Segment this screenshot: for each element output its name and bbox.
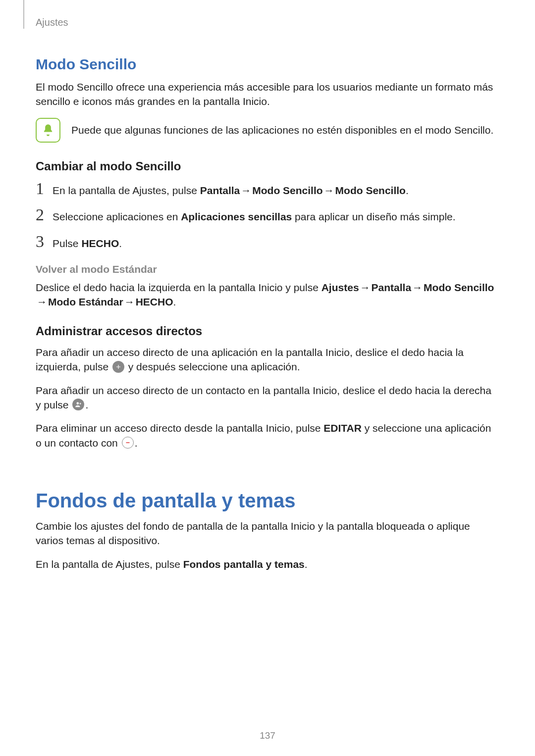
step-number: 3	[36, 233, 53, 250]
minus-circle-icon	[122, 437, 134, 449]
bold-text: HECHO	[81, 238, 119, 249]
step-2: 2 Seleccione aplicaciones en Aplicacione…	[36, 206, 499, 224]
arrow: →	[323, 183, 335, 198]
add-contact-icon	[72, 399, 84, 410]
page-number: 137	[0, 730, 535, 741]
step-text: Seleccione aplicaciones en Aplicaciones …	[53, 209, 456, 224]
text: En la pantalla de Ajustes, pulse	[53, 185, 200, 196]
bold-text: Modo Sencillo	[252, 185, 322, 196]
bold-text: Ajustes	[321, 282, 359, 293]
paragraph-fondos-1: Cambie los ajustes del fondo de pantalla…	[36, 519, 499, 548]
bold-text: Pantalla	[372, 282, 412, 293]
bold-text: Modo Sencillo	[335, 185, 406, 196]
note-callout: Puede que algunas funciones de las aplic…	[36, 118, 499, 143]
bell-icon	[36, 118, 60, 143]
header-rule	[23, 0, 24, 29]
intro-paragraph: El modo Sencillo ofrece una experiencia …	[36, 80, 499, 109]
text: .	[173, 296, 176, 307]
paragraph-shortcut-contact: Para añadir un acceso directo de un cont…	[36, 383, 499, 412]
plus-circle-icon	[112, 361, 124, 373]
subheading-cambiar: Cambiar al modo Sencillo	[36, 159, 499, 173]
bold-text: Pantalla	[200, 185, 240, 196]
text: y después seleccione una aplicación.	[125, 361, 300, 372]
bold-text: Modo Estándar	[48, 296, 123, 307]
arrow: →	[411, 280, 424, 295]
arrow: →	[240, 183, 252, 198]
paragraph-shortcut-app: Para añadir un acceso directo de una apl…	[36, 345, 499, 374]
text: Para añadir un acceso directo de un cont…	[36, 385, 491, 410]
paragraph-shortcut-remove: Para eliminar un acceso directo desde la…	[36, 421, 499, 450]
text: .	[406, 185, 409, 196]
bold-text: Aplicaciones sencillas	[181, 211, 292, 222]
text: .	[135, 437, 138, 449]
text: En la pantalla de Ajustes, pulse	[36, 558, 183, 570]
text: .	[305, 558, 308, 570]
step-3: 3 Pulse HECHO.	[36, 233, 499, 251]
paragraph-fondos-2: En la pantalla de Ajustes, pulse Fondos …	[36, 557, 499, 571]
text: Seleccione aplicaciones en	[53, 211, 181, 222]
step-number: 1	[36, 180, 53, 197]
step-text: Pulse HECHO.	[53, 236, 122, 251]
note-text: Puede que algunas funciones de las aplic…	[71, 123, 493, 137]
text: .	[119, 238, 122, 249]
step-number: 2	[36, 206, 53, 223]
breadcrumb: Ajustes	[36, 17, 499, 28]
bold-text: EDITAR	[323, 422, 362, 434]
text: Deslice el dedo hacia la izquierda en la…	[36, 282, 321, 293]
text: Para eliminar un acceso directo desde la…	[36, 422, 323, 434]
text: para aplicar un diseño más simple.	[292, 211, 455, 222]
svg-point-0	[77, 403, 79, 405]
arrow: →	[123, 295, 136, 309]
bold-text: Fondos pantalla y temas	[183, 558, 305, 570]
section-title-fondos: Fondos de pantalla y temas	[36, 490, 499, 512]
step-1: 1 En la pantalla de Ajustes, pulse Panta…	[36, 180, 499, 198]
svg-rect-1	[126, 443, 129, 443]
text: Pulse	[53, 238, 81, 249]
paragraph-volver: Deslice el dedo hacia la izquierda en la…	[36, 280, 499, 309]
page: Ajustes Modo Sencillo El modo Sencillo o…	[0, 0, 535, 756]
step-text: En la pantalla de Ajustes, pulse Pantall…	[53, 183, 409, 198]
arrow: →	[36, 295, 48, 309]
text: .	[85, 399, 88, 410]
subheading-volver: Volver al modo Estándar	[36, 263, 499, 275]
section-title-modo-sencillo: Modo Sencillo	[36, 56, 499, 73]
bold-text: HECHO	[136, 296, 173, 307]
subheading-administrar: Administrar accesos directos	[36, 324, 499, 338]
arrow: →	[359, 280, 372, 295]
bold-text: Modo Sencillo	[424, 282, 494, 293]
